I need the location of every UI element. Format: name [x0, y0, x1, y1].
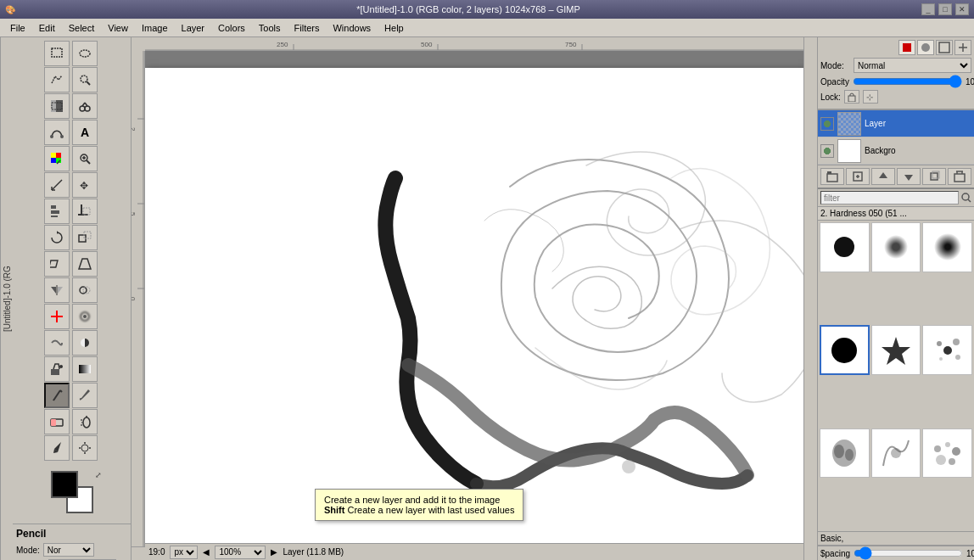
lock-pixels-button[interactable]	[844, 90, 859, 104]
mode-select[interactable]: Nor Normal Dissolve Multiply Screen	[43, 543, 94, 557]
zoom-back-button[interactable]: ◀	[203, 547, 210, 557]
layers-icon-extra[interactable]	[954, 40, 971, 55]
brush-cell-hard-circle[interactable]	[820, 222, 870, 272]
unit-select[interactable]: px	[170, 546, 198, 559]
zoom-forward-button[interactable]: ▶	[271, 547, 277, 557]
measure-tool[interactable]	[44, 172, 70, 198]
canvas-scroll[interactable]: Create a new layer and add it to the ima…	[145, 51, 803, 546]
menu-file[interactable]: File	[3, 21, 32, 35]
blend-tool[interactable]	[72, 356, 98, 382]
menu-windows[interactable]: Windows	[326, 21, 378, 35]
perspective-tool[interactable]	[72, 251, 98, 277]
layers-icon-color2[interactable]	[936, 40, 953, 55]
vertical-ruler: 2 5 0	[132, 51, 145, 546]
brush-cell-large-hard[interactable]	[922, 222, 972, 272]
layer-thumb-checkered	[838, 113, 861, 136]
mode-select-right[interactable]: Normal Dissolve Multiply	[854, 58, 971, 73]
new-layer-button[interactable]	[846, 168, 870, 185]
move-icon: ✥	[78, 178, 92, 192]
menu-help[interactable]: Help	[378, 21, 411, 35]
foreground-color-swatch[interactable]	[51, 471, 78, 498]
brush-cell-scatter[interactable]	[922, 325, 972, 375]
black-circle-brush-preview	[827, 333, 861, 367]
ink-tool[interactable]	[44, 435, 70, 461]
svg-point-108	[831, 338, 857, 363]
svg-rect-44	[51, 369, 59, 375]
dodge-burn-tool[interactable]	[72, 330, 98, 356]
brush-cell-paint2[interactable]	[871, 428, 921, 479]
svg-point-117	[845, 449, 854, 461]
brushes-filter-input[interactable]	[820, 191, 959, 204]
menu-tools[interactable]: Tools	[252, 21, 288, 35]
smudge-tool[interactable]	[44, 330, 70, 356]
convolve-tool[interactable]	[72, 304, 98, 329]
clone-tool[interactable]	[72, 277, 98, 303]
duplicate-layer-button[interactable]	[922, 168, 946, 185]
lower-layer-button[interactable]	[897, 168, 921, 185]
brush-cell-black-circle[interactable]	[820, 325, 870, 375]
bucket-fill-tool[interactable]	[44, 356, 70, 382]
layer-row-layer[interactable]: Layer	[818, 110, 974, 137]
menu-select[interactable]: Select	[62, 21, 102, 35]
layers-icon-brush2[interactable]	[917, 40, 934, 55]
scroll-right[interactable]	[803, 37, 817, 560]
drawing-canvas[interactable]	[145, 68, 803, 543]
move-tool[interactable]: ✥	[72, 172, 98, 198]
rotate-tool[interactable]	[44, 225, 70, 250]
new-layer-group-button[interactable]	[820, 168, 844, 185]
heal-tool[interactable]	[44, 304, 70, 329]
select-by-color-tool[interactable]	[44, 93, 70, 119]
brush-cell-paint1[interactable]	[820, 428, 870, 479]
menu-filters[interactable]: Filters	[288, 21, 327, 35]
minimize-button[interactable]: _	[921, 3, 935, 15]
scissors-icon	[78, 99, 92, 113]
brush-cell-star[interactable]	[871, 325, 921, 375]
lower-layer-icon	[903, 171, 915, 182]
close-button[interactable]: ✕	[955, 3, 969, 15]
zoom-tool[interactable]	[72, 146, 98, 171]
lock-position-button[interactable]: ⊹	[863, 90, 878, 104]
flip-tool[interactable]	[44, 277, 70, 303]
fg-bg-colors[interactable]: ⤢	[51, 471, 93, 513]
brush-cell-soft-circle[interactable]	[871, 222, 921, 272]
layer-visibility-eye-1[interactable]	[820, 117, 834, 131]
layer-visibility-eye-2[interactable]	[820, 144, 834, 158]
menu-colors[interactable]: Colors	[211, 21, 252, 35]
free-select-tool[interactable]	[44, 67, 70, 92]
zoom-select[interactable]: 100% 50% 200% 25%	[215, 546, 266, 559]
svg-rect-97	[931, 173, 938, 180]
raise-layer-button[interactable]	[871, 168, 895, 185]
text-tool[interactable]: A	[72, 120, 98, 145]
titlebar-controls[interactable]: _ □ ✕	[921, 3, 969, 15]
svg-text:2: 2	[132, 127, 137, 132]
layers-icon-paint[interactable]	[898, 40, 915, 55]
opacity-slider-right[interactable]	[853, 76, 962, 87]
reset-colors-icon[interactable]: ⤢	[95, 471, 102, 479]
fuzzy-select-tool[interactable]	[72, 67, 98, 92]
eraser-tool[interactable]	[44, 409, 70, 434]
delete-layer-button[interactable]	[948, 168, 971, 185]
pencil-tool[interactable]	[44, 383, 70, 408]
spacing-slider[interactable]	[854, 548, 963, 558]
svg-text:0: 0	[132, 297, 137, 301]
paintbrush-tool[interactable]	[72, 383, 98, 408]
align-tool[interactable]	[44, 199, 70, 224]
brush-cell-paint3[interactable]	[922, 428, 972, 479]
menu-image[interactable]: Image	[135, 21, 175, 35]
menu-view[interactable]: View	[101, 21, 135, 35]
scale-tool[interactable]	[72, 225, 98, 250]
brushes-selected-title: 2. Hardness 050 (51 ...	[818, 207, 974, 221]
color-picker-tool[interactable]	[44, 146, 70, 171]
layer-row-background[interactable]: Backgro	[818, 137, 974, 165]
dodge2-tool[interactable]	[72, 435, 98, 461]
airbrush-tool[interactable]	[72, 409, 98, 434]
scissors-tool[interactable]	[72, 93, 98, 119]
crop-tool[interactable]	[72, 199, 98, 224]
ellipse-select-tool[interactable]	[72, 41, 98, 66]
menu-layer[interactable]: Layer	[175, 21, 212, 35]
maximize-button[interactable]: □	[938, 3, 952, 15]
menu-edit[interactable]: Edit	[32, 21, 62, 35]
shear-tool[interactable]	[44, 251, 70, 277]
rect-select-tool[interactable]	[44, 41, 70, 66]
paths-tool[interactable]	[44, 120, 70, 145]
